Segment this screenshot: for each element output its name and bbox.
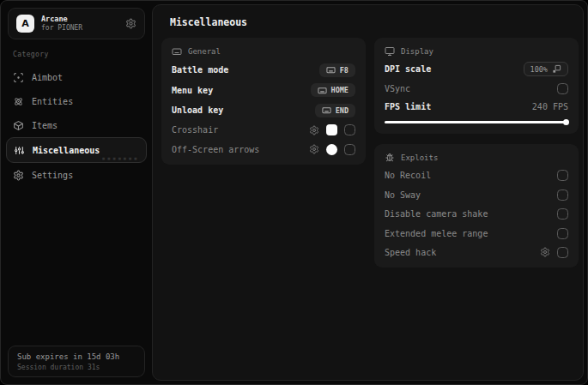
setting-row-menu-key: Menu key HOME <box>172 83 355 97</box>
brand-text: Arcane for PIONER <box>41 15 118 33</box>
dpi-scale-label: DPI scale <box>385 64 431 74</box>
keyboard-icon <box>172 46 182 57</box>
category-label: Category <box>13 51 140 58</box>
sidebar-item-items[interactable]: Items <box>1 113 152 137</box>
battle-mode-keybind[interactable]: F8 <box>319 63 355 77</box>
fps-slider-fill <box>385 121 568 123</box>
no-sway-checkbox[interactable] <box>557 189 568 201</box>
menu-key-key: HOME <box>331 86 349 94</box>
setting-row-disable-camera-shake: Disable camera shake <box>385 208 568 220</box>
main-panel: Miscellaneous General Battle mode F8 Men… <box>152 4 584 381</box>
general-card-header: General <box>172 46 355 57</box>
bug-icon <box>385 153 395 163</box>
speed-hack-checkbox[interactable] <box>557 247 568 258</box>
display-card: Display DPI scale 100% VSync FPS limit 2… <box>374 38 579 134</box>
sidebar-item-label: Items <box>32 121 58 130</box>
sidebar-nav: Aimbot Entities Items Miscellaneous ▪▪▪ <box>1 65 152 187</box>
sidebar-item-label: Miscellaneous <box>33 146 100 155</box>
fps-slider-thumb[interactable] <box>563 119 569 125</box>
battle-mode-key: F8 <box>340 66 349 75</box>
setting-row-vsync: VSync <box>385 82 568 95</box>
no-sway-label: No Sway <box>385 190 421 200</box>
app-name: Arcane <box>41 15 118 24</box>
sliders-icon <box>14 145 25 156</box>
watermark-dots: ▪▪▪▪▪▪▪ <box>101 155 139 162</box>
app-subtitle: for PIONER <box>41 24 118 33</box>
speed-hack-controls <box>540 247 568 258</box>
scan-icon <box>13 72 24 83</box>
offscreen-arrows-color-swatch[interactable] <box>326 144 337 155</box>
extended-melee-range-checkbox[interactable] <box>557 228 568 239</box>
sidebar: A Arcane for PIONER Category Aimbot <box>1 1 152 384</box>
vsync-label: VSync <box>385 84 410 93</box>
exploits-card-header: Exploits <box>385 153 568 163</box>
battle-mode-label: Battle mode <box>172 65 228 75</box>
extended-melee-range-label: Extended melee range <box>385 229 488 238</box>
sidebar-item-label: Settings <box>32 171 73 180</box>
crosshair-checkbox[interactable] <box>344 124 355 135</box>
exploits-card: Exploits No Recoil No Sway Disable camer… <box>374 144 579 268</box>
setting-row-extended-melee-range: Extended melee range <box>385 227 568 240</box>
keyboard-icon <box>326 65 336 75</box>
crosshair-color-swatch[interactable] <box>326 124 337 135</box>
setting-row-no-sway: No Sway <box>385 189 568 202</box>
unload-key-label: Unload key <box>172 105 223 115</box>
header-settings-icon[interactable] <box>125 18 136 29</box>
app-window: A Arcane for PIONER Category Aimbot <box>0 0 588 385</box>
offscreen-arrows-settings-gear-icon[interactable] <box>309 144 319 154</box>
fps-limit-slider[interactable] <box>385 119 568 125</box>
keyboard-icon <box>318 86 327 95</box>
fps-limit-label: FPS limit <box>385 102 431 111</box>
display-card-header: Display <box>385 46 568 57</box>
crosshair-label: Crosshair <box>172 125 218 135</box>
setting-row-fps-limit: FPS limit 240 FPS <box>385 100 568 113</box>
display-header-label: Display <box>401 47 433 56</box>
setting-row-unload-key: Unload key END <box>172 104 355 117</box>
general-header-label: General <box>188 47 221 56</box>
page-title: Miscellaneous <box>170 16 583 28</box>
no-recoil-checkbox[interactable] <box>557 170 568 181</box>
session-duration-text: Session duration 31s <box>17 364 136 371</box>
menu-key-keybind[interactable]: HOME <box>311 83 355 97</box>
sidebar-item-label: Aimbot <box>32 73 63 82</box>
sidebar-item-label: Entities <box>32 97 73 106</box>
speed-hack-label: Speed hack <box>385 248 436 257</box>
speed-hack-settings-gear-icon[interactable] <box>540 247 550 257</box>
unload-key-key: END <box>336 106 349 115</box>
disable-camera-shake-checkbox[interactable] <box>557 208 568 220</box>
sidebar-item-miscellaneous[interactable]: Miscellaneous ▪▪▪▪▪▪▪ <box>6 137 147 163</box>
setting-row-dpi-scale: DPI scale 100% <box>385 62 568 76</box>
sidebar-item-entities[interactable]: Entities <box>1 89 152 113</box>
dpi-scale-value: 100% <box>530 65 548 74</box>
vsync-checkbox[interactable] <box>557 83 568 94</box>
keyboard-icon <box>322 105 331 115</box>
dpi-scale-select[interactable]: 100% <box>524 62 568 76</box>
gear-icon <box>13 170 24 181</box>
menu-key-label: Menu key <box>172 86 213 95</box>
box-icon <box>13 120 24 131</box>
sidebar-item-aimbot[interactable]: Aimbot <box>1 65 152 89</box>
session-card: Sub expires in 15d 03h Session duration … <box>8 346 145 377</box>
setting-row-no-recoil: No Recoil <box>385 169 568 182</box>
scale-icon <box>552 64 561 74</box>
sub-expiry-text: Sub expires in 15d 03h <box>17 352 136 361</box>
disable-camera-shake-label: Disable camera shake <box>385 209 488 219</box>
offscreen-arrows-checkbox[interactable] <box>344 144 355 155</box>
general-card: General Battle mode F8 Menu key HOME Unl… <box>161 38 366 165</box>
monitor-icon <box>385 46 395 57</box>
setting-row-battle-mode: Battle mode F8 <box>172 63 355 77</box>
brand-card: A Arcane for PIONER <box>8 8 145 39</box>
setting-row-offscreen-arrows: Off-Screen arrows <box>172 143 355 156</box>
atom-icon <box>13 96 24 107</box>
offscreen-arrows-label: Off-Screen arrows <box>172 145 259 154</box>
fps-limit-value: 240 FPS <box>532 102 568 111</box>
offscreen-arrows-controls <box>309 144 355 155</box>
setting-row-crosshair: Crosshair <box>172 123 355 136</box>
app-logo: A <box>16 15 34 33</box>
no-recoil-label: No Recoil <box>385 171 431 180</box>
sidebar-item-settings[interactable]: Settings <box>1 163 152 187</box>
crosshair-controls <box>309 124 355 135</box>
unload-key-keybind[interactable]: END <box>315 104 355 117</box>
setting-row-speed-hack: Speed hack <box>385 246 568 259</box>
crosshair-settings-gear-icon[interactable] <box>309 125 319 135</box>
